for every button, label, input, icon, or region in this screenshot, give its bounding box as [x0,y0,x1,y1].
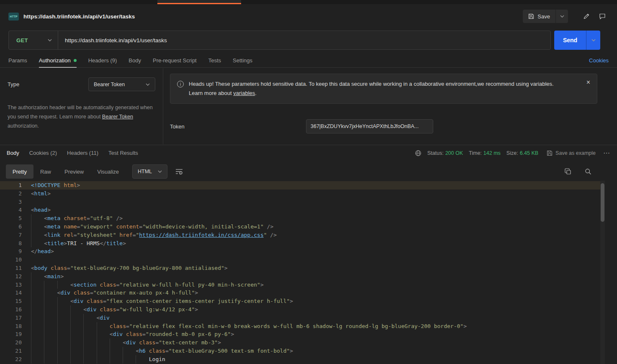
auth-type-value: Bearer Token [94,82,125,87]
line-number: 22 [0,355,25,364]
line-number: 1 [0,181,25,190]
scrollbar-thumb[interactable] [601,183,604,222]
comments-button[interactable] [596,10,609,23]
edit-button[interactable] [580,10,593,23]
auth-description: The authorization header will be automat… [8,103,157,131]
view-tab-pretty[interactable]: Pretty [6,164,33,179]
save-button[interactable]: Save [523,10,555,23]
code-line: 10 [0,256,600,264]
info-icon: i [177,81,184,87]
status-label: Status: [427,150,444,156]
request-tab-tests[interactable]: Tests [208,54,221,67]
request-tab-authorization[interactable]: Authorization [39,54,77,67]
code-line: 19<div class="rounded-t mb-0 px-6 py-6"> [0,330,600,338]
tab-label: Tests [208,57,221,64]
indent-guides [31,223,44,231]
code-line-content: <body class="text-blueGray-700 bg-blueGr… [25,264,600,272]
authorization-panel: Type Bearer Token The authorization head… [0,68,617,144]
line-number: 12 [0,272,25,281]
method-selector[interactable]: GET [9,31,58,49]
send-split-button: Send [554,31,600,50]
indent-guides [31,322,110,331]
copy-button[interactable] [563,167,573,176]
status-value[interactable]: 200 OK [445,150,463,156]
active-app-tab-indicator[interactable] [157,0,241,4]
size-label: Size: [506,150,518,156]
code-line: 18class="relative flex flex-col min-w-0 … [0,322,600,331]
copy-icon [565,168,571,175]
vertical-scrollbar[interactable] [600,181,605,364]
send-button[interactable]: Send [554,31,586,50]
code-line: 15<div class="flex content-center items-… [0,297,600,305]
url-input[interactable] [58,31,550,49]
line-number: 2 [0,190,25,198]
code-line-content: <head> [25,206,600,214]
request-tab-headers-9[interactable]: Headers (9) [88,54,117,67]
cookies-link[interactable]: Cookies [589,57,609,64]
code-line-content: <div class="text-center mb-3"> [25,338,600,347]
code-line-content: Login [25,355,600,364]
response-toolbar: PrettyRawPreviewVisualize HTML [0,163,617,180]
code-line-content: <div class="w-full lg:w-4/12 px-4"> [25,305,600,314]
code-line: 2<html> [0,190,600,198]
request-tab-settings[interactable]: Settings [233,54,252,67]
view-tab-raw[interactable]: Raw [33,164,58,179]
line-number: 8 [0,239,25,248]
chevron-down-icon [591,39,596,41]
tab-label: Pre-request Script [153,57,197,64]
variables-link[interactable]: variables [233,90,255,96]
size-value[interactable]: 6.45 KB [520,150,538,156]
response-tab-body[interactable]: Body [7,150,19,156]
network-icon[interactable] [415,150,422,156]
auth-type-select[interactable]: Bearer Token [88,77,155,91]
line-number: 3 [0,198,25,206]
response-tab-cookies-2[interactable]: Cookies (2) [29,150,57,156]
response-header: BodyCookies (2)Headers (11)Test Results … [0,145,617,161]
more-options-icon[interactable]: ⋯ [603,149,610,157]
save-as-example-label: Save as example [555,150,596,156]
request-tabs: ParamsAuthorizationHeaders (9)BodyPre-re… [0,54,617,68]
view-tab-visualize[interactable]: Visualize [90,164,126,179]
code-line: 16<div class="w-full lg:w-4/12 px-4"> [0,305,600,314]
send-options-button[interactable] [586,31,600,50]
request-tab-params[interactable]: Params [8,54,27,67]
response-tab-test-results[interactable]: Test Results [108,150,138,156]
request-tab-pre-request-script[interactable]: Pre-request Script [153,54,197,67]
code-line: 20<div class="text-center mb-3"> [0,338,600,347]
chevron-down-icon [48,39,52,41]
modified-dot [74,59,77,62]
search-button[interactable] [584,167,593,176]
code-line: 3 [0,198,600,206]
line-number: 18 [0,322,25,331]
response-body-code[interactable]: 1<!DOCTYPE html>2<html>34<head>5<meta ch… [0,181,617,364]
response-tab-headers-11[interactable]: Headers (11) [67,150,98,156]
sensitive-data-banner: i Heads up! These parameters hold sensit… [170,74,597,104]
code-line: 1<!DOCTYPE html> [0,181,600,190]
auth-config-panel: i Heads up! These parameters hold sensit… [163,68,617,144]
format-select[interactable]: HTML [132,164,167,179]
indent-guides [31,297,70,305]
line-number: 19 [0,330,25,338]
save-icon [547,150,553,156]
save-button-label: Save [537,13,550,20]
view-tab-preview[interactable]: Preview [58,164,90,179]
indent-guides [31,214,44,223]
bearer-token-docs-link[interactable]: Bearer Token [102,114,133,120]
wrap-lines-button[interactable] [173,166,185,177]
tab-label: Body [129,57,141,64]
comment-icon [599,13,606,20]
code-line: 21<h6 class="text-blueGray-500 text-sm f… [0,347,600,355]
tab-label: Settings [233,57,252,64]
save-options-button[interactable] [555,10,568,23]
indent-guides [31,305,83,314]
save-as-example-button[interactable]: Save as example [547,150,596,156]
line-number: 13 [0,281,25,289]
code-line: 4<head> [0,206,600,214]
close-icon[interactable]: × [586,79,590,86]
time-value[interactable]: 142 ms [483,150,501,156]
header-actions: Save [523,10,609,23]
code-line-content: <div class="flex content-center items-ce… [25,297,600,305]
chevron-down-icon [158,170,162,173]
request-tab-body[interactable]: Body [129,54,141,67]
token-input[interactable] [306,119,433,133]
